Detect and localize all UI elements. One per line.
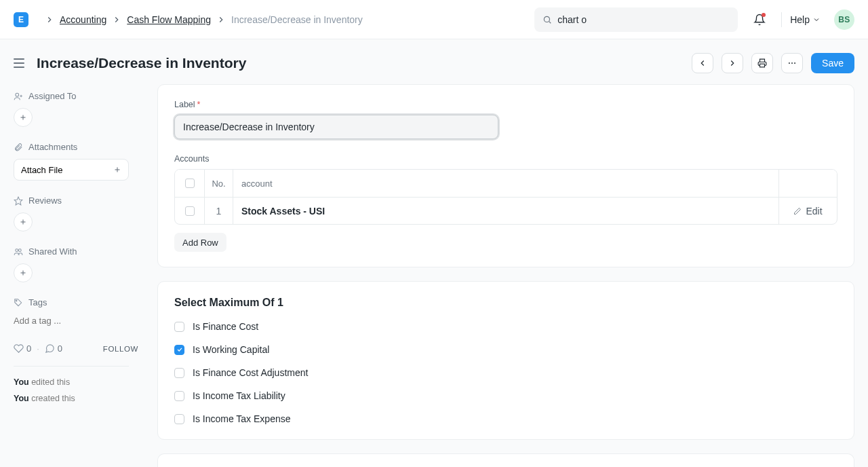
save-button[interactable]: Save xyxy=(811,53,854,73)
avatar[interactable]: BS xyxy=(834,10,854,30)
table-row[interactable]: 1 Stock Assets - USI Edit xyxy=(175,197,837,224)
check-option[interactable]: Is Finance Cost xyxy=(174,321,837,332)
attachments-section: Attachments Attach File xyxy=(14,142,138,181)
sidebar-toggle-button[interactable] xyxy=(14,56,28,71)
checkbox-icon xyxy=(185,206,195,216)
add-share-button[interactable] xyxy=(14,263,33,282)
star-icon xyxy=(14,196,23,206)
separator-dot: · xyxy=(37,343,39,354)
add-review-button[interactable] xyxy=(14,212,33,231)
search-icon xyxy=(542,15,552,24)
like-button[interactable]: 0 xyxy=(14,343,31,354)
divider xyxy=(781,12,782,27)
comments-count: 0 xyxy=(58,343,62,354)
chat-icon xyxy=(45,343,55,354)
attach-file-button[interactable]: Attach File xyxy=(14,159,129,181)
attach-file-label: Attach File xyxy=(21,165,62,175)
check-list: Is Finance Cost Is Working Capital Is Fi… xyxy=(174,321,837,424)
tags-input[interactable] xyxy=(14,314,138,327)
paperclip-icon xyxy=(14,143,23,152)
user-plus-icon xyxy=(14,92,23,101)
check-option-label: Is Income Tax Liability xyxy=(193,390,285,401)
checkbox-icon xyxy=(174,391,184,401)
check-option-label: Is Finance Cost Adjustment xyxy=(193,367,308,378)
prev-button[interactable] xyxy=(692,53,713,73)
help-menu[interactable]: Help xyxy=(786,12,825,28)
app-logo[interactable]: E xyxy=(14,12,28,27)
check-option[interactable]: Is Income Tax Liability xyxy=(174,390,837,401)
audit-created: You created this xyxy=(14,394,138,403)
checkbox-icon xyxy=(185,179,195,188)
heart-icon xyxy=(14,343,24,354)
social-row: 0 · 0 FOLLOW xyxy=(14,343,138,354)
select-all-cell[interactable] xyxy=(175,170,205,197)
chevron-right-icon xyxy=(216,15,226,24)
col-no-header: No. xyxy=(205,170,233,197)
check-option-label: Is Working Capital xyxy=(193,344,269,355)
comments-button[interactable]: 0 xyxy=(45,343,62,354)
svg-point-5 xyxy=(794,62,795,64)
col-actions-header xyxy=(778,170,837,197)
svg-marker-13 xyxy=(14,197,22,205)
page-title: Increase/Decrease in Inventory xyxy=(37,55,246,71)
divider xyxy=(14,366,129,367)
check-option-label: Is Finance Cost xyxy=(193,321,258,332)
tag-icon xyxy=(14,298,23,307)
users-icon xyxy=(14,247,23,257)
svg-point-17 xyxy=(18,248,21,251)
plus-icon xyxy=(19,113,27,122)
assigned-to-label: Assigned To xyxy=(28,91,77,101)
svg-point-3 xyxy=(789,62,790,64)
assigned-to-section: Assigned To xyxy=(14,91,138,127)
edit-label: Edit xyxy=(806,206,822,217)
row-checkbox[interactable] xyxy=(175,198,205,224)
breadcrumb-item-current: Increase/Decrease in Inventory xyxy=(231,14,363,25)
svg-rect-2 xyxy=(760,64,765,67)
breadcrumb: Accounting Cash Flow Mapping Increase/De… xyxy=(39,14,363,25)
titlebar: Increase/Decrease in Inventory Save xyxy=(0,39,868,83)
search-input[interactable] xyxy=(534,7,738,32)
add-row-button[interactable]: Add Row xyxy=(174,233,226,252)
check-option[interactable]: Is Finance Cost Adjustment xyxy=(174,367,837,378)
follow-button[interactable]: FOLLOW xyxy=(103,345,138,353)
check-option[interactable]: Is Working Capital xyxy=(174,344,837,355)
row-edit-button[interactable]: Edit xyxy=(778,198,837,224)
check-option[interactable]: Is Income Tax Expense xyxy=(174,413,837,424)
breadcrumb-item[interactable]: Accounting xyxy=(60,14,106,25)
svg-point-6 xyxy=(16,93,19,96)
plus-icon xyxy=(113,166,121,174)
checkgroup-heading: Select Maximum Of 1 xyxy=(174,297,837,309)
likes-count: 0 xyxy=(26,343,31,354)
shared-with-label: Shared With xyxy=(28,246,77,257)
search-container xyxy=(534,7,738,32)
checkgroup-card: Select Maximum Of 1 Is Finance Cost Is W… xyxy=(157,281,854,440)
add-assignee-button[interactable] xyxy=(14,108,33,127)
plus-icon xyxy=(19,269,27,277)
row-no: 1 xyxy=(205,198,233,224)
help-label: Help xyxy=(790,14,810,25)
row-account: Stock Assets - USI xyxy=(233,198,778,224)
print-button[interactable] xyxy=(751,53,773,73)
accounts-label: Accounts xyxy=(174,154,837,164)
chevron-right-icon xyxy=(728,58,737,68)
reviews-label: Reviews xyxy=(28,195,62,206)
shared-with-section: Shared With xyxy=(14,246,138,282)
main-column: Label* Accounts No. account 1 Stock Asse… xyxy=(157,84,854,467)
check-option-label: Is Income Tax Expense xyxy=(193,413,290,424)
attachments-label: Attachments xyxy=(28,142,77,152)
next-card-peek xyxy=(157,453,854,467)
chevron-down-icon xyxy=(812,16,821,24)
label-input[interactable] xyxy=(174,115,498,139)
ellipsis-icon xyxy=(787,58,797,68)
plus-icon xyxy=(19,218,27,226)
notifications-button[interactable] xyxy=(750,10,769,29)
svg-point-0 xyxy=(545,16,550,22)
content-area: Assigned To Attachments Attach File Revi… xyxy=(0,83,868,467)
chevron-right-icon xyxy=(45,15,54,24)
notification-dot-icon xyxy=(762,13,766,17)
checkbox-icon xyxy=(174,322,184,332)
next-button[interactable] xyxy=(722,53,743,73)
reviews-section: Reviews xyxy=(14,195,138,231)
breadcrumb-item[interactable]: Cash Flow Mapping xyxy=(127,14,211,25)
more-menu-button[interactable] xyxy=(781,53,803,73)
